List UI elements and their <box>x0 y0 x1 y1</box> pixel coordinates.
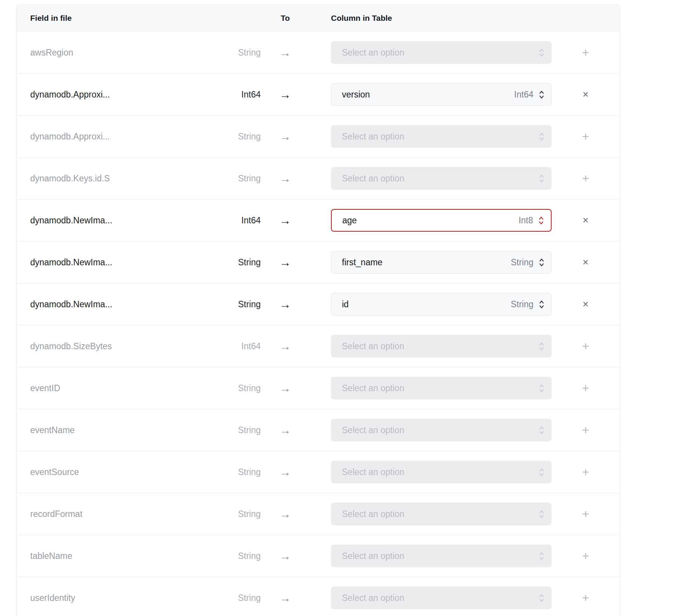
header-to: To <box>261 14 310 23</box>
header-column-in-table: Column in Table <box>331 14 552 23</box>
column-select[interactable]: Select an option <box>331 41 552 64</box>
table-row: tableName String → Select an option + <box>17 535 620 577</box>
field-name: eventName <box>30 425 200 435</box>
chevron-updown-icon <box>539 551 544 561</box>
chevron-updown-icon <box>538 216 544 225</box>
column-select-value: Select an option <box>342 48 404 58</box>
field-name: eventID <box>30 383 200 393</box>
column-select[interactable]: Select an option <box>331 377 552 399</box>
chevron-updown-icon <box>539 48 544 57</box>
column-select[interactable]: Select an option <box>331 125 552 148</box>
column-select[interactable]: Select an option <box>331 419 552 441</box>
arrow-right-icon: → <box>261 215 310 226</box>
field-type: String <box>200 467 261 477</box>
table-row: dynamodb.NewIma... String → first_name S… <box>17 241 620 283</box>
add-mapping-button[interactable]: + <box>582 592 589 604</box>
field-name: dynamodb.NewIma... <box>30 299 200 310</box>
column-select[interactable]: version Int64 <box>331 83 552 106</box>
add-mapping-button[interactable]: + <box>582 340 589 352</box>
chevron-updown-icon <box>539 467 544 477</box>
column-select[interactable]: Select an option <box>331 545 552 567</box>
arrow-right-icon: → <box>261 299 310 310</box>
chevron-updown-icon <box>539 90 544 99</box>
column-select[interactable]: Select an option <box>331 167 552 190</box>
column-select-type: Int8 <box>519 215 533 226</box>
column-select-value: Select an option <box>342 132 404 142</box>
table-row: dynamodb.NewIma... String → id String × <box>17 283 620 325</box>
arrow-right-icon: → <box>261 257 310 268</box>
field-name: dynamodb.Approxi... <box>30 132 200 142</box>
field-type: String <box>200 257 261 268</box>
table-row: eventSource String → Select an option + <box>17 451 620 493</box>
column-select-value: id <box>342 299 349 310</box>
table-row: dynamodb.Approxi... String → Select an o… <box>17 116 620 158</box>
chevron-updown-icon <box>539 509 544 519</box>
arrow-right-icon: → <box>261 424 310 436</box>
field-name: dynamodb.Keys.id.S <box>30 173 200 184</box>
column-select[interactable]: first_name String <box>331 251 552 274</box>
column-select-value: age <box>342 215 357 226</box>
remove-mapping-button[interactable]: × <box>583 257 589 268</box>
column-select-value: Select an option <box>342 467 404 477</box>
table-row: userIdentity String → Select an option + <box>17 577 620 616</box>
column-select-value: Select an option <box>342 593 404 603</box>
field-type: String <box>200 299 261 310</box>
remove-mapping-button[interactable]: × <box>583 299 589 310</box>
field-name: userIdentity <box>30 593 200 603</box>
field-name: recordFormat <box>30 509 200 519</box>
table-row: dynamodb.Approxi... Int64 → version Int6… <box>17 74 620 116</box>
field-name: eventSource <box>30 467 200 477</box>
arrow-right-icon: → <box>261 89 310 101</box>
table-row: eventName String → Select an option + <box>17 409 620 451</box>
field-type: Int64 <box>200 90 261 100</box>
chevron-updown-icon <box>539 426 544 435</box>
add-mapping-button[interactable]: + <box>582 382 589 394</box>
add-mapping-button[interactable]: + <box>582 424 589 436</box>
add-mapping-button[interactable]: + <box>582 172 589 184</box>
field-name: dynamodb.NewIma... <box>30 215 200 226</box>
field-name: dynamodb.Approxi... <box>30 90 200 100</box>
arrow-right-icon: → <box>261 466 310 478</box>
arrow-right-icon: → <box>261 592 310 604</box>
field-name: dynamodb.SizeBytes <box>30 341 200 351</box>
table-header: Field in file To Column in Table <box>17 5 620 32</box>
add-mapping-button[interactable]: + <box>582 130 589 142</box>
chevron-updown-icon <box>539 384 544 393</box>
add-mapping-button[interactable]: + <box>582 46 589 59</box>
field-type: String <box>200 383 261 393</box>
column-select[interactable]: id String <box>331 293 552 316</box>
add-mapping-button[interactable]: + <box>582 508 589 520</box>
column-select[interactable]: Select an option <box>331 587 552 609</box>
column-select[interactable]: Select an option <box>331 503 552 525</box>
add-mapping-button[interactable]: + <box>582 550 589 562</box>
arrow-right-icon: → <box>261 47 310 59</box>
chevron-updown-icon <box>539 258 544 267</box>
field-type: String <box>200 551 261 561</box>
field-name: awsRegion <box>30 48 200 58</box>
chevron-updown-icon <box>539 174 544 183</box>
column-select-value: Select an option <box>342 173 404 184</box>
field-type: String <box>200 509 261 519</box>
table-row: awsRegion String → Select an option + <box>17 32 620 74</box>
field-type: String <box>200 425 261 435</box>
column-select-value: Select an option <box>342 509 404 519</box>
field-type: String <box>200 132 261 142</box>
field-type: String <box>200 48 261 58</box>
chevron-updown-icon <box>539 342 544 351</box>
column-select-value: Select an option <box>342 341 404 351</box>
header-field-in-file: Field in file <box>30 14 200 23</box>
column-select-type: Int64 <box>514 90 533 100</box>
column-select[interactable]: age Int8 <box>331 209 552 232</box>
chevron-updown-icon <box>539 593 544 603</box>
add-mapping-button[interactable]: + <box>582 466 589 478</box>
field-type: Int64 <box>200 215 261 226</box>
remove-mapping-button[interactable]: × <box>583 90 589 100</box>
remove-mapping-button[interactable]: × <box>583 215 589 226</box>
column-select[interactable]: Select an option <box>331 461 552 483</box>
arrow-right-icon: → <box>261 131 310 142</box>
table-row: dynamodb.SizeBytes Int64 → Select an opt… <box>17 325 620 367</box>
table-body: awsRegion String → Select an option + <box>17 32 620 616</box>
arrow-right-icon: → <box>261 550 310 562</box>
column-select[interactable]: Select an option <box>331 335 552 358</box>
column-select-value: first_name <box>342 257 382 268</box>
